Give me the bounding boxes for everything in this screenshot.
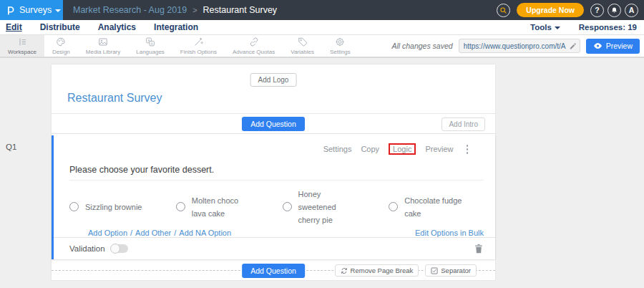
- search-icon: [499, 6, 507, 14]
- option-links-row: Add Option / Add Other / Add NA Option E…: [54, 226, 495, 237]
- tools-label: Tools: [530, 23, 552, 32]
- add-question-button-bottom[interactable]: Add Question: [242, 264, 305, 278]
- page-break-row: Add Question Remove Page Break Separator: [52, 263, 495, 279]
- survey-header-card: Add Logo Restaurant Survey Add Question …: [52, 64, 495, 134]
- variables-icon: [297, 37, 308, 47]
- add-na-option-link[interactable]: Add NA Option: [179, 229, 231, 237]
- tool-label: Advance Quotas: [233, 49, 275, 55]
- upgrade-now-button[interactable]: Upgrade Now: [517, 3, 584, 17]
- nav-item-integration[interactable]: Integration: [154, 22, 198, 32]
- question-text[interactable]: Please choose your favorite dessert.: [69, 165, 495, 175]
- preview-label: Preview: [606, 42, 633, 50]
- tool-settings[interactable]: Settings: [322, 35, 358, 57]
- delete-question-button[interactable]: [474, 244, 483, 254]
- languages-icon: aA: [145, 37, 156, 47]
- nav-item-edit[interactable]: Edit: [6, 22, 22, 32]
- kebab-menu-icon[interactable]: [465, 143, 470, 155]
- question-settings-link[interactable]: Settings: [323, 145, 352, 153]
- tools-dropdown[interactable]: Tools: [530, 23, 560, 32]
- section-nav: Edit Distribute Analytics Integration To…: [0, 20, 644, 35]
- question-actions: Settings Copy Logic Preview: [54, 135, 495, 155]
- option-label[interactable]: Sizzling brownie: [85, 201, 142, 213]
- option-molten-choco-lava-cake[interactable]: Molten choco lava cake: [176, 188, 283, 226]
- notifications-button[interactable]: [608, 4, 621, 17]
- preview-button[interactable]: Preview: [586, 39, 640, 54]
- svg-text:a: a: [148, 39, 150, 42]
- question-preview-link[interactable]: Preview: [425, 145, 453, 153]
- add-logo-button[interactable]: Add Logo: [250, 73, 297, 87]
- tool-finish-options[interactable]: Finish Options: [172, 35, 225, 57]
- edit-url-button[interactable]: [569, 42, 577, 50]
- tool-variables[interactable]: Variables: [283, 35, 322, 57]
- help-button[interactable]: ?: [590, 4, 604, 17]
- add-other-link[interactable]: Add Other: [135, 229, 171, 237]
- remove-page-break-label: Remove Page Break: [351, 267, 414, 274]
- separator-toggle-button[interactable]: Separator: [425, 264, 477, 277]
- option-chocolate-fudge-cake[interactable]: Chocolate fudge cake: [389, 188, 495, 226]
- add-intro-button[interactable]: Add Intro: [441, 117, 485, 131]
- option-sizzling-brownie[interactable]: Sizzling brownie: [69, 188, 176, 226]
- chevron-down-icon: [55, 9, 61, 12]
- add-question-row: Add Question Add Intro: [52, 113, 495, 134]
- radio-icon[interactable]: [69, 202, 79, 211]
- tool-design[interactable]: Design: [44, 35, 78, 57]
- answer-options: Sizzling brownie Molten choco lava cake …: [54, 181, 495, 226]
- design-icon: [55, 37, 67, 47]
- top-bar: Surveys Market Research - Aug 2019 > Res…: [0, 0, 644, 20]
- nav-item-analytics[interactable]: Analytics: [98, 22, 136, 32]
- survey-url-input[interactable]: [459, 39, 580, 53]
- radio-icon[interactable]: [283, 202, 292, 211]
- survey-title[interactable]: Restaurant Survey: [67, 92, 162, 105]
- tool-media-library[interactable]: Media Library: [78, 35, 128, 57]
- product-label: Surveys: [19, 5, 52, 15]
- question-card: Settings Copy Logic Preview Please choos…: [52, 135, 495, 259]
- survey-canvas: Q1 Add Logo Restaurant Survey Add Questi…: [0, 59, 644, 288]
- tool-languages[interactable]: aA Languages: [128, 35, 172, 57]
- advance-quotas-icon: [248, 37, 260, 47]
- trash-icon: [474, 244, 483, 254]
- media-library-icon: [97, 37, 109, 47]
- option-label[interactable]: Molten choco lava cake: [192, 194, 253, 220]
- pencil-icon: [569, 42, 577, 50]
- toolbar-right: All changes saved Preview: [391, 35, 644, 57]
- remove-page-break-button[interactable]: Remove Page Break: [335, 264, 419, 277]
- tool-label: Languages: [136, 49, 165, 55]
- survey-url-wrap: [459, 39, 580, 54]
- tool-label: Finish Options: [180, 49, 217, 55]
- question-copy-link[interactable]: Copy: [361, 145, 379, 153]
- validation-row: Validation: [54, 237, 495, 259]
- finish-options-icon: [192, 37, 204, 47]
- option-label[interactable]: Chocolate fudge cake: [404, 194, 466, 220]
- validation-toggle[interactable]: [111, 244, 128, 253]
- bell-icon: [610, 6, 618, 14]
- add-option-link[interactable]: Add Option: [88, 229, 127, 237]
- questionpro-logo-icon: [5, 5, 16, 16]
- responses-count[interactable]: Responses: 19: [579, 23, 637, 32]
- surveys-product-dropdown[interactable]: Surveys: [0, 0, 63, 20]
- tool-label: Variables: [291, 49, 314, 55]
- option-label[interactable]: Honey sweetened cherry pie: [298, 188, 360, 226]
- search-button[interactable]: [497, 4, 510, 17]
- tool-label: Workspace: [8, 49, 36, 55]
- breadcrumb-parent-link[interactable]: Market Research - Aug 2019: [73, 5, 187, 15]
- nav-item-distribute[interactable]: Distribute: [40, 22, 80, 32]
- settings-icon: [334, 37, 346, 47]
- breadcrumb-current: Restaurant Survey: [203, 5, 278, 15]
- validation-label: Validation: [69, 244, 105, 253]
- radio-icon[interactable]: [389, 202, 398, 211]
- edit-options-in-bulk-link[interactable]: Edit Options in Bulk: [415, 229, 484, 237]
- tool-workspace[interactable]: Workspace: [0, 35, 44, 57]
- add-question-button-top[interactable]: Add Question: [242, 117, 305, 131]
- topbar-actions: Upgrade Now ? A: [497, 3, 644, 17]
- chevron-down-icon: [555, 27, 560, 29]
- question-logic-link[interactable]: Logic: [389, 143, 416, 155]
- checkbox-checked-icon: [431, 267, 438, 274]
- option-honey-sweetened-cherry-pie[interactable]: Honey sweetened cherry pie: [283, 188, 389, 226]
- workspace-icon: [16, 37, 28, 47]
- radio-icon[interactable]: [176, 202, 185, 211]
- sync-icon: [341, 267, 348, 274]
- tool-advance-quotas[interactable]: Advance Quotas: [225, 35, 283, 57]
- avatar[interactable]: A: [625, 4, 638, 17]
- autosave-status: All changes saved: [391, 42, 452, 50]
- separator-label: Separator: [441, 267, 471, 274]
